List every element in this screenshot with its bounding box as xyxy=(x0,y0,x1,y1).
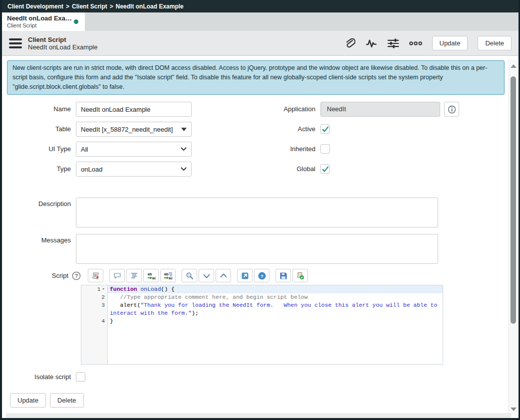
attachment-icon[interactable] xyxy=(344,38,355,49)
application-field: NeedIt xyxy=(320,102,440,117)
replace-icon[interactable]: abac xyxy=(143,269,159,282)
strict-mode-info-banner: New client-scripts are run in strict mod… xyxy=(7,60,505,95)
code-line[interactable]: 2 //Type appropriate comment here, and b… xyxy=(81,293,443,301)
format-code-icon[interactable] xyxy=(126,269,142,282)
form-body: New client-scripts are run in strict mod… xyxy=(2,56,519,414)
tab-title: NeedIt onLoad Exa… xyxy=(7,14,72,22)
tab-subtitle: Client Script xyxy=(7,22,72,28)
script-toolbar: abac abac xyxy=(88,269,308,282)
chevron-down-icon xyxy=(181,167,187,171)
activity-stream-icon[interactable] xyxy=(365,38,377,49)
find-previous-icon[interactable] xyxy=(216,269,231,282)
svg-text:?: ? xyxy=(75,273,78,278)
delete-button-footer[interactable]: Delete xyxy=(50,393,84,408)
context-menu-icon[interactable] xyxy=(9,38,22,48)
line-number: 4 xyxy=(81,317,108,325)
breadcrumb-client-development[interactable]: Client Development xyxy=(7,3,63,10)
form-record-title: NeedIt onLoad Example xyxy=(28,43,97,51)
isolate-script-checkbox[interactable] xyxy=(76,372,85,382)
script-code-editor[interactable]: 1▾function onLoad() {2 //Type appropriat… xyxy=(81,285,443,365)
type-value: onLoad xyxy=(81,166,181,173)
validate-script-icon[interactable] xyxy=(292,269,308,282)
syntax-editor-icon[interactable] xyxy=(88,269,103,282)
script-editor-lines: 1▾function onLoad() {2 //Type appropriat… xyxy=(81,285,443,325)
code-line[interactable]: 1▾function onLoad() { xyxy=(81,285,443,293)
table-label: Table xyxy=(5,122,76,137)
table-select[interactable]: NeedIt [x_58872_needit_needit] xyxy=(76,122,192,137)
script-label: Script xyxy=(52,272,68,279)
type-label: Type xyxy=(5,162,76,177)
code-line[interactable]: 3 alert("Thank you for loading the NeedI… xyxy=(81,301,443,317)
active-checkbox[interactable] xyxy=(320,124,330,134)
open-in-new-window-icon[interactable] xyxy=(237,269,253,282)
breadcrumb-client-script[interactable]: Client Script xyxy=(72,3,107,10)
find-next-icon[interactable] xyxy=(199,269,214,282)
scroll-down-arrow-icon[interactable] xyxy=(511,408,517,411)
breadcrumb: Client Development > Client Script > Nee… xyxy=(2,0,519,12)
tab-strip: NeedIt onLoad Exa… Client Script xyxy=(2,12,519,31)
code-line[interactable]: 4} xyxy=(81,317,443,325)
messages-label: Messages xyxy=(5,234,76,264)
line-number: 1▾ xyxy=(81,285,108,293)
breadcrumb-separator: > xyxy=(110,3,113,10)
inherited-checkbox[interactable] xyxy=(320,144,330,154)
svg-text:ab: ab xyxy=(164,272,168,276)
messages-textarea[interactable] xyxy=(76,234,438,264)
application-frame: Client Development > Client Script > Nee… xyxy=(0,0,520,420)
horizontal-scrollbar[interactable] xyxy=(6,414,511,418)
breadcrumb-separator: > xyxy=(66,3,69,10)
svg-text:ab: ab xyxy=(148,272,152,276)
vertical-scrollbar-thumb[interactable] xyxy=(511,76,516,324)
replace-all-icon[interactable]: abac xyxy=(160,269,176,282)
dropdown-triangle-icon xyxy=(181,127,187,132)
more-options-icon[interactable] xyxy=(409,38,422,49)
table-value: NeedIt [x_58872_needit_needit] xyxy=(81,126,181,133)
update-button-footer[interactable]: Update xyxy=(10,393,46,408)
name-input[interactable] xyxy=(76,102,192,117)
isolate-script-label: Isolate script xyxy=(5,372,76,382)
active-label: Active xyxy=(197,122,320,137)
global-checkbox[interactable] xyxy=(320,164,330,174)
form-title: Client Script xyxy=(28,36,97,43)
update-button-header[interactable]: Update xyxy=(432,36,468,50)
toggle-comment-icon[interactable] xyxy=(109,269,125,282)
svg-text:ac: ac xyxy=(169,276,173,280)
type-select[interactable]: onLoad xyxy=(76,162,192,177)
help-icon[interactable]: ? xyxy=(254,269,269,282)
application-info-button[interactable] xyxy=(444,102,459,117)
ui-type-value: All xyxy=(81,146,181,153)
breadcrumb-needit-onload-example[interactable]: NeedIt onLoad Example xyxy=(116,3,184,10)
delete-button-header[interactable]: Delete xyxy=(478,36,512,50)
search-icon[interactable] xyxy=(182,269,197,282)
script-help-icon[interactable]: ? xyxy=(72,271,81,280)
record-modified-dot xyxy=(74,19,78,24)
check-icon xyxy=(322,166,329,173)
inherited-label: Inherited xyxy=(197,142,320,157)
scroll-up-arrow-icon[interactable] xyxy=(511,64,517,68)
global-label: Global xyxy=(197,162,320,177)
line-number: 2 xyxy=(81,293,108,301)
save-icon[interactable] xyxy=(275,269,291,282)
description-textarea[interactable] xyxy=(76,198,438,227)
ui-type-label: UI Type xyxy=(5,142,76,157)
line-number: 3 xyxy=(81,301,108,317)
vertical-scrollbar[interactable] xyxy=(509,59,517,415)
ui-type-select[interactable]: All xyxy=(76,142,192,157)
svg-text:ac: ac xyxy=(152,276,156,280)
svg-text:?: ? xyxy=(260,273,263,278)
name-label: Name xyxy=(5,102,76,117)
application-label: Application xyxy=(197,102,320,117)
code-fold-icon[interactable]: ▾ xyxy=(102,285,105,293)
personalize-form-icon[interactable] xyxy=(387,38,399,49)
tab-needit-onload-example[interactable]: NeedIt onLoad Exa… Client Script xyxy=(2,12,85,31)
check-icon xyxy=(322,126,329,133)
description-label: Description xyxy=(5,198,76,227)
form-header: Client Script NeedIt onLoad Example xyxy=(2,31,519,56)
chevron-down-icon xyxy=(181,147,187,151)
